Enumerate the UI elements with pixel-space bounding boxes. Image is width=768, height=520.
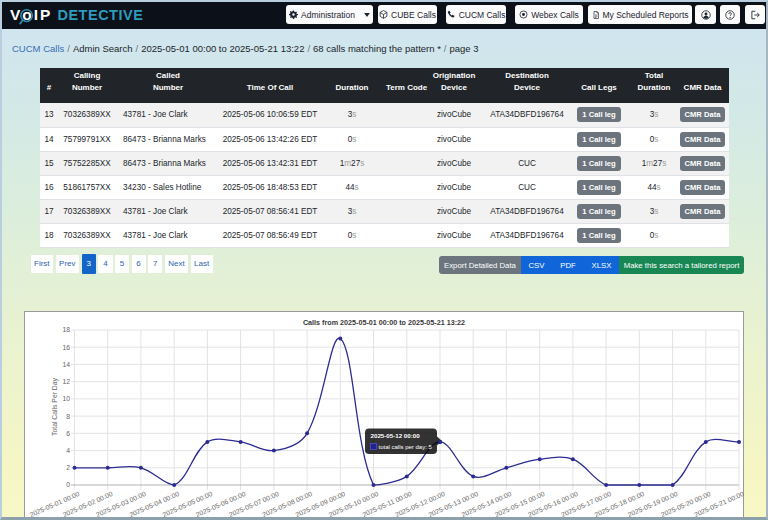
svg-text:14: 14 <box>62 361 70 368</box>
svg-text:10: 10 <box>62 395 70 402</box>
svg-text:Total Calls Per Day: Total Calls Per Day <box>51 378 59 436</box>
svg-text:8: 8 <box>66 413 70 420</box>
svg-text:12: 12 <box>62 378 70 385</box>
svg-text:total calls per day: 5: total calls per day: 5 <box>379 444 433 450</box>
svg-text:Calls from 2025-05-01 00:00 to: Calls from 2025-05-01 00:00 to 2025-05-2… <box>303 318 465 327</box>
svg-text:2: 2 <box>66 464 70 471</box>
svg-text:0: 0 <box>66 481 70 488</box>
svg-text:6: 6 <box>66 430 70 437</box>
svg-text:4: 4 <box>66 447 70 454</box>
svg-text:18: 18 <box>62 326 70 333</box>
svg-text:2025-05-12 00:00: 2025-05-12 00:00 <box>371 432 421 439</box>
svg-text:16: 16 <box>62 344 70 351</box>
